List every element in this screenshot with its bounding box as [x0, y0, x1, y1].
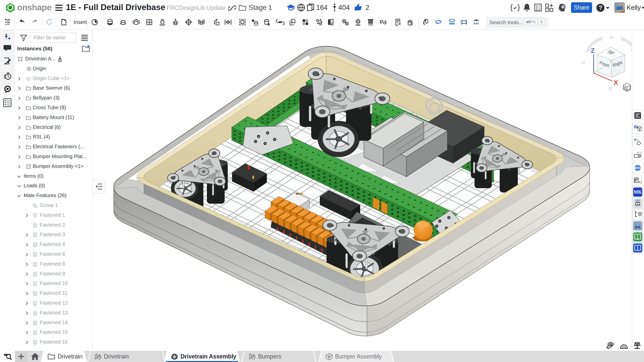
svg-text:Z: Z — [591, 47, 595, 54]
svg-text:Y: Y — [610, 59, 613, 64]
svg-text:X: X — [614, 79, 618, 86]
svg-text:x): x) — [638, 179, 642, 184]
svg-text:?: ? — [599, 4, 602, 11]
